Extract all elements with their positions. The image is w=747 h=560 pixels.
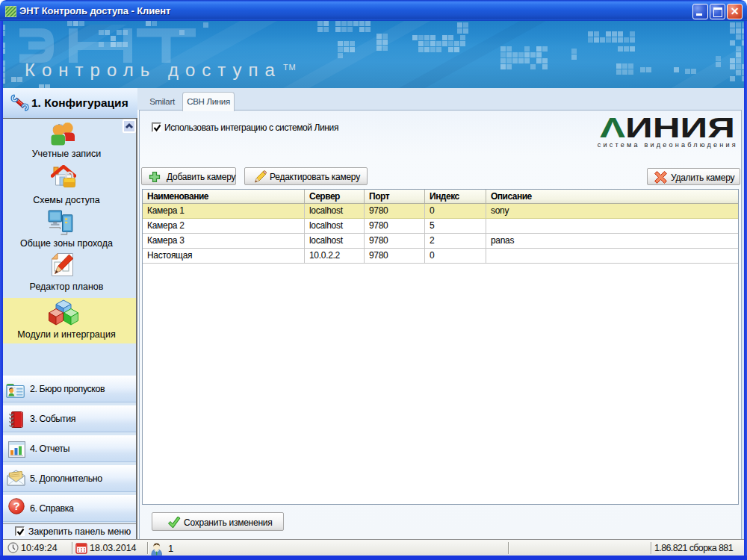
svg-text:?: ? bbox=[13, 500, 19, 512]
